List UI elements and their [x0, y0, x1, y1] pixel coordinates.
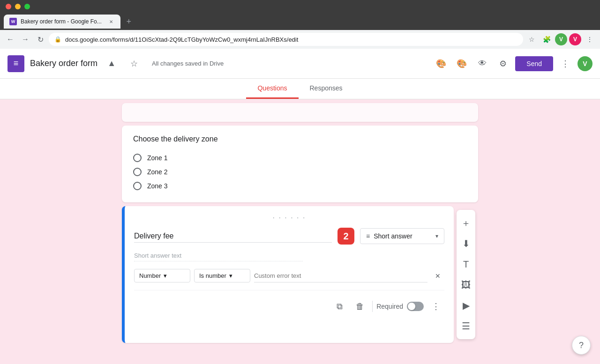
nav-bar: ← → ↻ 🔒 docs.google.com/forms/d/11OiScXt…	[0, 30, 600, 49]
auto-save-text: All changes saved in Drive	[152, 60, 224, 67]
browser-chrome: W Bakery order form - Google Fo... ✕ + ←…	[0, 13, 600, 49]
zone1-option[interactable]: Zone 1	[133, 151, 467, 165]
zone2-radio[interactable]	[133, 168, 142, 176]
profile-avatar-pink[interactable]: V	[569, 33, 581, 45]
bookmark-button[interactable]: ☆	[525, 33, 538, 46]
form-area: Choose the delivery zone Zone 1 Zone 2 Z…	[0, 99, 600, 364]
zone3-label: Zone 3	[147, 182, 168, 190]
profile-avatar-app[interactable]: V	[578, 56, 592, 71]
short-answer-icon: ≡	[366, 232, 370, 240]
type-label: Short answer	[374, 232, 432, 240]
badge-number: 2	[338, 228, 354, 245]
profile-avatar-nav[interactable]: V	[555, 33, 567, 45]
address-bar[interactable]: 🔒 docs.google.com/forms/d/11OiScXtad-2Q9…	[49, 33, 523, 46]
palette-button[interactable]: 🎨	[453, 55, 470, 72]
required-toggle[interactable]	[407, 302, 424, 311]
title-bar	[0, 0, 600, 13]
zone1-label: Zone 1	[147, 154, 168, 162]
tab-close-button[interactable]: ✕	[107, 18, 115, 25]
send-button[interactable]: Send	[515, 56, 553, 71]
zone2-option[interactable]: Zone 2	[133, 165, 467, 179]
star-button[interactable]: ☆	[126, 55, 142, 72]
add-title-button[interactable]: T	[457, 255, 475, 274]
help-button[interactable]: ?	[572, 336, 591, 355]
required-section: Required	[376, 302, 424, 311]
more-options-button[interactable]: ⋮	[557, 55, 574, 72]
nav-right-icons: ☆ 🧩 V V ⋮	[525, 33, 596, 46]
custom-error-input[interactable]	[254, 269, 428, 282]
back-button[interactable]: ←	[4, 33, 17, 46]
active-tab[interactable]: W Bakery order form - Google Fo... ✕	[4, 15, 120, 29]
validation-condition-label: Is number	[199, 272, 226, 279]
preview-button[interactable]: 👁	[474, 55, 491, 72]
validation-type-arrow: ▾	[164, 272, 167, 279]
drive-button[interactable]: ▲	[103, 55, 120, 72]
addon-button[interactable]: 🎨	[433, 55, 450, 72]
validation-condition-arrow: ▾	[229, 272, 232, 279]
forward-button[interactable]: →	[19, 33, 32, 46]
validation-row: Number ▾ Is number ▾ ✕	[134, 269, 444, 282]
form-tabs: Questions Responses	[0, 79, 600, 99]
add-video-button[interactable]: ▶	[457, 296, 475, 315]
tab-responses[interactable]: Responses	[299, 79, 354, 99]
zone1-radio[interactable]	[133, 154, 142, 162]
card-footer: ⧉ 🗑 Required ⋮	[134, 290, 444, 315]
add-image-button[interactable]: 🖼	[457, 275, 475, 294]
refresh-button[interactable]: ↻	[34, 33, 47, 46]
validation-type-select[interactable]: Number ▾	[134, 269, 190, 282]
extensions-button[interactable]: 🧩	[540, 33, 553, 46]
app-logo: ≡	[8, 55, 24, 72]
duplicate-button[interactable]: ⧉	[331, 298, 348, 315]
required-label: Required	[376, 303, 403, 310]
maximize-button[interactable]	[24, 4, 30, 9]
tab-favicon: W	[9, 18, 17, 25]
dropdown-arrow-icon: ▾	[435, 233, 438, 239]
validation-condition-select[interactable]: Is number ▾	[194, 269, 250, 282]
import-questions-button[interactable]: ⬇	[457, 234, 475, 253]
right-toolbar: ＋ ⬇ T 🖼 ▶ ☰	[454, 206, 478, 343]
delivery-fee-input[interactable]	[134, 230, 332, 243]
add-question-button[interactable]: ＋	[457, 214, 475, 232]
url-text: docs.google.com/forms/d/11OiScXtad-2Q9Lc…	[65, 36, 298, 43]
drag-handle[interactable]: · · · · · ·	[134, 214, 444, 222]
short-answer-placeholder: Short answer text	[134, 252, 303, 261]
previous-card	[122, 103, 478, 122]
more-options-card-button[interactable]: ⋮	[428, 298, 444, 315]
app-title: Bakery order form	[30, 59, 98, 68]
lock-icon: 🔒	[54, 36, 61, 43]
clear-validation-button[interactable]: ✕	[431, 269, 444, 282]
delivery-zone-question: Choose the delivery zone	[133, 135, 467, 143]
delivery-zone-card: Choose the delivery zone Zone 1 Zone 2 Z…	[122, 126, 478, 202]
main-content: Choose the delivery zone Zone 1 Zone 2 Z…	[0, 99, 600, 364]
type-dropdown[interactable]: ≡ Short answer ▾	[360, 228, 444, 244]
settings-button[interactable]: ⚙	[495, 55, 511, 72]
delivery-fee-card: · · · · · · 2 ≡ Short answer ▾ Short ans…	[122, 206, 454, 343]
minimize-button[interactable]	[15, 4, 21, 9]
footer-divider	[372, 301, 373, 312]
zone3-option[interactable]: Zone 3	[133, 179, 467, 193]
toggle-knob	[408, 303, 415, 310]
zone3-radio[interactable]	[133, 182, 142, 190]
delete-button[interactable]: 🗑	[352, 298, 368, 315]
add-section-button[interactable]: ☰	[457, 317, 475, 335]
app-header: ≡ Bakery order form ▲ ☆ All changes save…	[0, 49, 600, 79]
tab-questions[interactable]: Questions	[246, 79, 298, 99]
active-card-wrapper: · · · · · · 2 ≡ Short answer ▾ Short ans…	[122, 206, 478, 343]
close-button[interactable]	[6, 4, 11, 9]
new-tab-button[interactable]: +	[122, 15, 135, 28]
browser-menu-button[interactable]: ⋮	[583, 33, 596, 46]
question-row: 2 ≡ Short answer ▾	[134, 228, 444, 245]
tab-bar: W Bakery order form - Google Fo... ✕ +	[0, 13, 600, 30]
toolbar-card: ＋ ⬇ T 🖼 ▶ ☰	[457, 210, 475, 339]
validation-type-label: Number	[139, 272, 161, 279]
tab-label: Bakery order form - Google Fo...	[21, 18, 102, 25]
zone2-label: Zone 2	[147, 168, 168, 176]
header-right: 🎨 🎨 👁 ⚙ Send ⋮ V	[433, 55, 592, 72]
